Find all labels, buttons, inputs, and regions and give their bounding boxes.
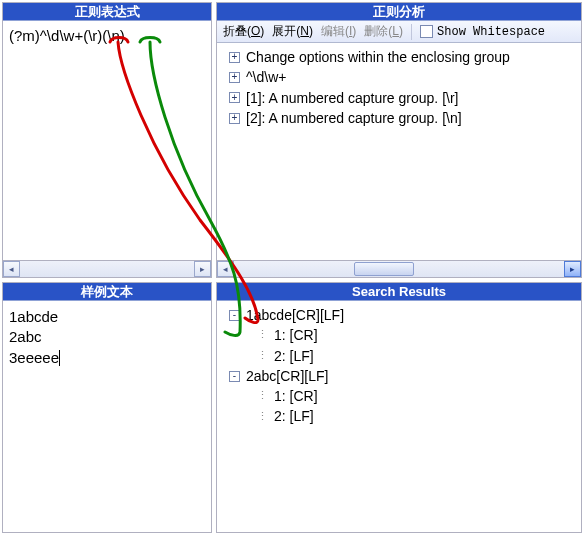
tree-item-label: Change options within the enclosing grou…: [246, 47, 510, 67]
tree-item-label: 1: [CR]: [274, 325, 318, 345]
collapse-button[interactable]: 折叠(O): [221, 22, 266, 41]
tree-item-label: 1: [CR]: [274, 386, 318, 406]
analysis-body: +Change options within the enclosing gro…: [217, 43, 581, 260]
toolbar-separator: [411, 24, 412, 40]
analysis-tree-item[interactable]: +Change options within the enclosing gro…: [219, 47, 579, 67]
result-tree-item[interactable]: ⋮2: [LF]: [219, 406, 579, 426]
analysis-tree-item[interactable]: +^\d\w+: [219, 67, 579, 87]
edit-button[interactable]: 编辑(I): [319, 22, 358, 41]
analysis-panel: 正则分析 折叠(O) 展开(N) 编辑(I) 删除(L) Show Whites…: [216, 2, 582, 278]
tree-item-label: 2abc[CR][LF]: [246, 366, 328, 386]
tree-branch-icon: ⋮: [257, 388, 268, 404]
tree-branch-icon: ⋮: [257, 327, 268, 343]
tree-item-label: [1]: A numbered capture group. [\r]: [246, 88, 458, 108]
scroll-track[interactable]: [20, 261, 194, 277]
result-tree-item[interactable]: -2abc[CR][LF]: [219, 366, 579, 386]
sample-line: 2abc: [9, 328, 42, 345]
scroll-track[interactable]: [234, 261, 564, 277]
results-panel-title: Search Results: [217, 283, 581, 301]
tree-item-label: 2: [LF]: [274, 406, 314, 426]
result-tree-item[interactable]: ⋮1: [CR]: [219, 325, 579, 345]
analysis-tree-item[interactable]: +[2]: A numbered capture group. [\n]: [219, 108, 579, 128]
expand-icon[interactable]: +: [229, 52, 240, 63]
scroll-left-button[interactable]: ◂: [3, 261, 20, 277]
result-tree-item[interactable]: -1abcde[CR][LF]: [219, 305, 579, 325]
results-panel: Search Results -1abcde[CR][LF]⋮1: [CR]⋮2…: [216, 282, 582, 533]
tree-item-label: [2]: A numbered capture group. [\n]: [246, 108, 462, 128]
analysis-tree: +Change options within the enclosing gro…: [217, 43, 581, 132]
collapse-icon[interactable]: -: [229, 310, 240, 321]
regex-text[interactable]: (?m)^\d\w+(\r)(\n): [3, 21, 211, 50]
tree-item-label: ^\d\w+: [246, 67, 286, 87]
regex-panel-body: (?m)^\d\w+(\r)(\n): [3, 21, 211, 260]
expand-icon[interactable]: +: [229, 72, 240, 83]
tree-item-label: 2: [LF]: [274, 346, 314, 366]
scroll-thumb[interactable]: [354, 262, 414, 276]
sample-body[interactable]: 1abcde 2abc 3eeeee: [3, 301, 211, 532]
expand-button[interactable]: 展开(N): [270, 22, 315, 41]
result-tree-item[interactable]: ⋮1: [CR]: [219, 386, 579, 406]
results-tree: -1abcde[CR][LF]⋮1: [CR]⋮2: [LF]-2abc[CR]…: [217, 301, 581, 431]
sample-line: 1abcde: [9, 308, 58, 325]
show-whitespace-toggle[interactable]: Show Whitespace: [418, 23, 547, 40]
result-tree-item[interactable]: ⋮2: [LF]: [219, 346, 579, 366]
analysis-hscroll[interactable]: ◂ ▸: [217, 260, 581, 277]
tree-branch-icon: ⋮: [257, 348, 268, 364]
regex-hscroll[interactable]: ◂ ▸: [3, 260, 211, 277]
sample-line: 3eeeee: [9, 349, 59, 366]
tree-item-label: 1abcde[CR][LF]: [246, 305, 344, 325]
regex-panel-title: 正则表达式: [3, 3, 211, 21]
checkbox-icon: [420, 25, 433, 38]
sample-text[interactable]: 1abcde 2abc 3eeeee: [3, 301, 211, 374]
scroll-left-button[interactable]: ◂: [217, 261, 234, 277]
results-body: -1abcde[CR][LF]⋮1: [CR]⋮2: [LF]-2abc[CR]…: [217, 301, 581, 532]
sample-panel: 样例文本 1abcde 2abc 3eeeee: [2, 282, 212, 533]
collapse-icon[interactable]: -: [229, 371, 240, 382]
analysis-panel-title: 正则分析: [217, 3, 581, 21]
sample-panel-title: 样例文本: [3, 283, 211, 301]
expand-icon[interactable]: +: [229, 92, 240, 103]
delete-button[interactable]: 删除(L): [362, 22, 405, 41]
analysis-tree-item[interactable]: +[1]: A numbered capture group. [\r]: [219, 88, 579, 108]
text-caret: [59, 350, 60, 366]
expand-icon[interactable]: +: [229, 113, 240, 124]
regex-panel: 正则表达式 (?m)^\d\w+(\r)(\n) ◂ ▸: [2, 2, 212, 278]
analysis-toolbar: 折叠(O) 展开(N) 编辑(I) 删除(L) Show Whitespace: [217, 21, 581, 43]
tree-branch-icon: ⋮: [257, 409, 268, 425]
scroll-right-button[interactable]: ▸: [194, 261, 211, 277]
scroll-right-button[interactable]: ▸: [564, 261, 581, 277]
